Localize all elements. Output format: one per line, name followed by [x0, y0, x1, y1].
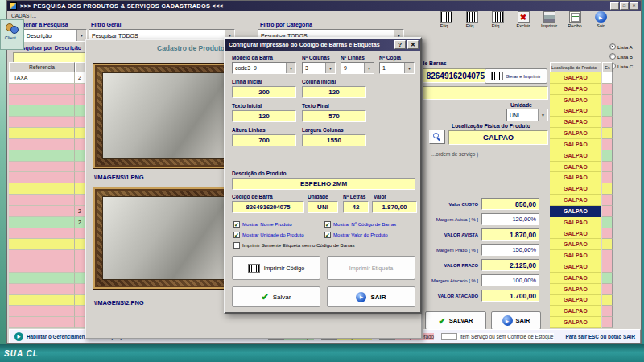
checkbox-icon[interactable]: [324, 232, 331, 238]
column-header-referencia[interactable]: Referencia: [9, 62, 75, 72]
text-start-label: Texto Inicial: [232, 103, 262, 109]
location-cell[interactable]: GALPAO: [550, 139, 601, 150]
unit-select[interactable]: UNI: [506, 109, 548, 121]
cell-referencia: [9, 195, 75, 206]
location-cell[interactable]: GALPAO: [550, 317, 601, 328]
menu-item-cadastros[interactable]: CADAST...: [7, 11, 422, 20]
location-cell[interactable]: GALPAO: [550, 84, 601, 95]
value-field[interactable]: 1.870,00: [372, 201, 417, 213]
save-button[interactable]: SALVAR: [425, 311, 486, 330]
dialog-save-button[interactable]: Salvar: [232, 286, 320, 307]
chevron-down-icon[interactable]: [538, 109, 547, 121]
copies-select[interactable]: 1: [379, 62, 415, 74]
location-cell[interactable]: GALPAO: [550, 195, 601, 206]
generate-print-button[interactable]: Gerar e Imprimir: [485, 68, 547, 84]
line-height-input[interactable]: 700: [232, 134, 296, 146]
toolbar-button[interactable]: Sair: [588, 11, 613, 36]
start-line-input[interactable]: 200: [232, 86, 296, 98]
chevron-down-icon[interactable]: [404, 63, 414, 73]
column-header-localizacao[interactable]: Localização do Produto: [550, 62, 601, 72]
price-field[interactable]: 1.700,00: [481, 290, 539, 302]
toolbar-button[interactable]: Etiq...: [460, 11, 484, 36]
list-radio-label: Lista B: [617, 54, 633, 60]
column-header-estoque[interactable]: Es: [602, 62, 613, 72]
print-code-button[interactable]: Imprimir Código: [232, 256, 320, 280]
price-field[interactable]: 1.870,00: [481, 228, 539, 241]
minimize-button[interactable]: —: [610, 2, 619, 10]
price-field[interactable]: 150,00%: [481, 244, 539, 256]
chevron-down-icon[interactable]: [325, 63, 335, 73]
clients-toolbar-button[interactable]: Client...: [0, 19, 24, 50]
exit-button[interactable]: SAIR: [491, 311, 541, 330]
location-cell[interactable]: GALPAO: [550, 128, 601, 139]
stock-cell: [602, 105, 613, 117]
location-cell[interactable]: GALPAO: [550, 217, 601, 228]
dialog-barcode-field[interactable]: 8264916204075: [232, 201, 304, 213]
location-cell[interactable]: GALPAO: [550, 162, 601, 173]
location-search-button[interactable]: [429, 130, 445, 144]
location-cell[interactable]: GALPAO: [550, 183, 601, 195]
columns-select[interactable]: 3: [302, 62, 336, 74]
location-cell[interactable]: GALPAO: [550, 105, 601, 117]
location-cell[interactable]: GALPAO: [550, 95, 601, 106]
checkbox-icon[interactable]: [233, 221, 240, 228]
print-label-button[interactable]: Imprimir Etiqueta: [327, 256, 415, 280]
stock-cell: [602, 195, 613, 206]
model-select[interactable]: code3_9: [232, 62, 296, 74]
checkbox-option[interactable]: Mostrar Nº Código de Barras: [324, 219, 415, 229]
description-input[interactable]: ESPELHO 2MM: [232, 178, 415, 190]
stock-cell: [602, 206, 613, 217]
toolbar-button[interactable]: Recibo: [563, 11, 587, 36]
column-width-input[interactable]: 1550: [302, 134, 366, 146]
price-field[interactable]: 120,00%: [481, 213, 539, 225]
location-cell[interactable]: GALPAO: [550, 239, 601, 250]
location-cell[interactable]: GALPAO: [550, 206, 601, 217]
checkbox-option[interactable]: Mostrar Nome Produto: [233, 219, 324, 229]
toolbar-button[interactable]: Excluir: [511, 11, 535, 36]
location-cell[interactable]: GALPAO: [550, 72, 601, 84]
list-radio[interactable]: Lista C: [609, 63, 633, 69]
location-cell[interactable]: GALPAO: [550, 228, 601, 240]
checkbox-option[interactable]: Mostrar Unidade do Produto: [233, 229, 324, 240]
checkbox-icon[interactable]: [324, 221, 331, 228]
save-button-label: SALVAR: [449, 317, 473, 324]
checkbox-option[interactable]: Imprimir Somente Etiqueta sem o Código d…: [233, 240, 415, 250]
radio-icon[interactable]: [609, 53, 616, 60]
price-field[interactable]: 2.125,00: [481, 259, 539, 271]
location-cell[interactable]: GALPAO: [550, 150, 601, 162]
list-radio[interactable]: Lista B: [609, 53, 633, 60]
chevron-down-icon[interactable]: [364, 63, 374, 73]
letters-field[interactable]: 42: [343, 201, 369, 213]
location-cell[interactable]: GALPAO: [550, 295, 601, 306]
maximize-button[interactable]: □: [620, 2, 629, 10]
location-cell[interactable]: GALPAO: [550, 172, 601, 183]
checkbox-icon[interactable]: [233, 242, 240, 249]
toolbar-button[interactable]: Etiq...: [485, 11, 510, 36]
location-cell[interactable]: GALPAO: [550, 261, 601, 273]
price-field[interactable]: 850,00: [481, 198, 539, 210]
location-cell[interactable]: GALPAO: [550, 250, 601, 261]
checkbox-option[interactable]: Mostrar Valor do Produto: [324, 229, 415, 240]
location-cell[interactable]: GALPAO: [550, 273, 601, 284]
location-cell[interactable]: GALPAO: [550, 306, 601, 317]
text-end-input[interactable]: 570: [302, 110, 366, 122]
radio-icon[interactable]: [609, 43, 616, 50]
list-radio[interactable]: Lista A: [609, 43, 633, 50]
toolbar-button[interactable]: Etiq...: [434, 11, 458, 36]
location-cell[interactable]: GALPAO: [550, 284, 601, 295]
price-field[interactable]: 100,00%: [481, 274, 539, 286]
physical-location-field[interactable]: GALPAO: [448, 130, 548, 145]
start-column-input[interactable]: 120: [302, 86, 366, 98]
lines-select[interactable]: 9: [341, 62, 374, 74]
chevron-down-icon[interactable]: [286, 63, 295, 73]
checkbox-icon[interactable]: [233, 232, 240, 238]
text-start-input[interactable]: 120: [232, 110, 296, 122]
dialog-close-button[interactable]: ✕: [407, 40, 419, 49]
dialog-exit-button[interactable]: SAIR: [327, 286, 415, 307]
location-cell[interactable]: GALPAO: [550, 117, 601, 128]
copies-label: Nº Copia: [379, 55, 401, 60]
close-button[interactable]: ✕: [630, 2, 638, 10]
toolbar-button[interactable]: Imprimir: [537, 11, 561, 36]
help-button[interactable]: ?: [394, 40, 406, 49]
dialog-unit-field[interactable]: UNI: [308, 201, 338, 213]
